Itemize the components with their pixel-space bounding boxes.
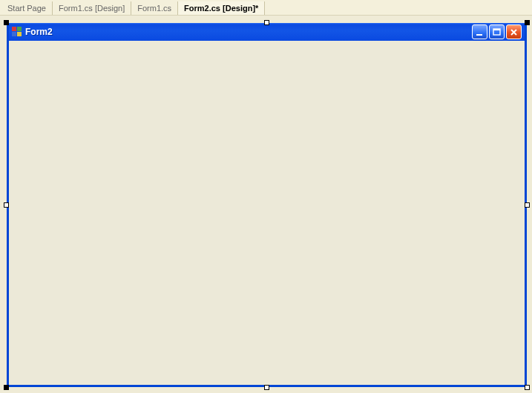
resize-handle-w[interactable] bbox=[4, 202, 9, 208]
app-icon bbox=[12, 27, 22, 37]
tab-form1-code[interactable]: Form1.cs bbox=[131, 1, 178, 15]
document-tabstrip: Start Page Form1.cs [Design] Form1.cs Fo… bbox=[0, 0, 532, 16]
tab-form1-design[interactable]: Form1.cs [Design] bbox=[53, 1, 131, 15]
svg-rect-0 bbox=[476, 34, 482, 36]
resize-handle-sw bbox=[4, 385, 9, 390]
resize-handle-se[interactable] bbox=[525, 385, 530, 390]
close-button[interactable] bbox=[506, 24, 522, 39]
form-client-area[interactable] bbox=[9, 41, 525, 385]
resize-handle-s[interactable] bbox=[264, 385, 269, 390]
form-title: Form2 bbox=[25, 27, 472, 37]
resize-handle-n[interactable] bbox=[264, 20, 269, 25]
maximize-button[interactable] bbox=[489, 24, 505, 39]
design-surface[interactable]: Form2 bbox=[0, 16, 532, 393]
window-buttons bbox=[472, 24, 522, 39]
minimize-button[interactable] bbox=[472, 24, 487, 39]
resize-handle-ne bbox=[525, 20, 530, 25]
resize-handle-e[interactable] bbox=[525, 202, 530, 208]
resize-handle-nw bbox=[4, 20, 9, 25]
designer-root: Start Page Form1.cs [Design] Form1.cs Fo… bbox=[0, 0, 532, 393]
svg-rect-2 bbox=[493, 29, 500, 30]
form-window[interactable]: Form2 bbox=[7, 23, 527, 387]
form-titlebar[interactable]: Form2 bbox=[9, 23, 525, 42]
tab-form2-design[interactable]: Form2.cs [Design]* bbox=[178, 1, 265, 15]
tab-start-page[interactable]: Start Page bbox=[1, 1, 53, 15]
